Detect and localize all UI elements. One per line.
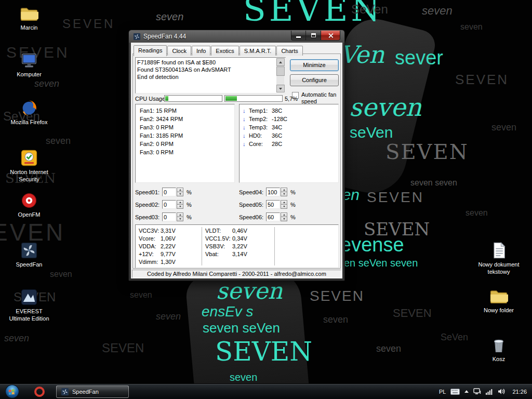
window-client-area: Readings Clock Info Exotics S.M.A.R.T. C…	[131, 43, 342, 278]
speed-control-row: Speed05: %	[131, 200, 339, 209]
spin-down-button[interactable]	[281, 192, 287, 196]
desktop-icon-label: OpenFM	[18, 211, 41, 219]
opera-icon[interactable]	[34, 387, 45, 397]
tab-info[interactable]: Info	[192, 46, 210, 56]
scrollbar-thumb[interactable]	[276, 66, 285, 76]
spin-up-button[interactable]	[281, 200, 287, 205]
speedfan-icon	[61, 388, 69, 396]
temperature-reading: ↓Core:28C	[243, 140, 282, 148]
wallpaper-word: SEVEN	[215, 339, 312, 365]
network-icon[interactable]	[473, 388, 481, 395]
voltage-readings-panel: VCC3V:3,31V Vcore:1,06V VDDA:2,22V +12V:…	[135, 224, 339, 268]
wallpaper-word: seven	[460, 23, 483, 31]
wallpaper-word: seven	[130, 291, 152, 299]
voltage-reading: Vdimm:1,30V	[139, 258, 176, 266]
desktop-icon-speedfan[interactable]: SpeedFan	[5, 241, 53, 269]
wallpaper-word: SEVEN	[393, 308, 432, 319]
desktop-icon-label: SpeedFan	[16, 261, 43, 269]
temperature-reading: ↓Temp3:34C	[243, 123, 282, 131]
desktop-icon-everest[interactable]: EVEREST Ultimate Edition	[5, 288, 53, 323]
wallpaper-word: SeVen	[351, 3, 388, 16]
speed05-input[interactable]	[266, 200, 280, 209]
desktop-icon-new-folder[interactable]: Nowy folder	[475, 287, 523, 314]
speed-unit: %	[290, 202, 296, 208]
volume-icon[interactable]	[498, 388, 506, 395]
speed-label: Speed06:	[239, 214, 263, 220]
speed04-spinner	[281, 188, 287, 196]
temp-down-arrow-icon: ↓	[243, 131, 249, 140]
taskbar-speedfan-button[interactable]: SpeedFan	[56, 385, 129, 398]
taskbar: SpeedFan PL 21:26	[0, 383, 532, 399]
detection-log[interactable]: F71889F found on ISA at $E80 Found ST350…	[135, 57, 286, 94]
desktop-icon-label: Norton Internet Security	[5, 169, 53, 183]
spin-up-button[interactable]	[281, 212, 287, 217]
wallpaper-word: SEVEN	[310, 289, 364, 303]
wallpaper-word: seven	[349, 95, 421, 119]
spin-down-button[interactable]	[281, 205, 287, 209]
speed-unit: %	[290, 214, 296, 220]
desktop-icon-openfm[interactable]: OpenFM	[5, 191, 53, 219]
keyboard-icon[interactable]	[450, 389, 460, 395]
speed-control-row: Speed04: %	[131, 188, 339, 197]
speed-control-row: Speed06: %	[131, 212, 339, 222]
tab-clock[interactable]: Clock	[167, 46, 191, 56]
firefox-icon	[20, 99, 38, 117]
desktop-icon-norton[interactable]: Norton Internet Security	[5, 149, 53, 183]
wallpaper-word: SEVEN	[102, 342, 144, 354]
wireless-signal-icon[interactable]	[486, 389, 493, 395]
wallpaper-word: seven	[491, 123, 516, 132]
voltage-reading: VSB3V:3,22V	[205, 243, 247, 250]
tab-strip: Readings Clock Info Exotics S.M.A.R.T. C…	[134, 45, 303, 56]
desktop-icon-firefox[interactable]: Mozilla Firefox	[5, 99, 53, 126]
window-maximize-button[interactable]	[306, 31, 321, 41]
desktop-icon-label: Kosz	[493, 356, 505, 363]
clock[interactable]: 21:26	[512, 389, 527, 395]
wallpaper-word: Ven	[340, 43, 384, 66]
show-hidden-icons-chevron[interactable]	[464, 390, 469, 393]
voltage-reading: Vcore:1,06V	[139, 235, 176, 243]
wallpaper-word: sever	[395, 48, 443, 68]
start-button[interactable]	[4, 384, 20, 399]
scrollbar[interactable]	[276, 58, 285, 92]
desktop-icon-marcin[interactable]: Marcin	[5, 4, 53, 32]
scroll-down-button[interactable]	[276, 85, 285, 92]
window-title: SpeedFan 4.44	[143, 33, 186, 40]
openfm-icon	[20, 191, 38, 210]
spin-down-button[interactable]	[281, 217, 287, 221]
everest-icon	[20, 288, 38, 307]
tab-readings[interactable]: Readings	[134, 45, 167, 56]
temp-down-arrow-icon: ↓	[243, 107, 249, 115]
fan-reading: Fan1: 15 RPM	[140, 107, 177, 115]
desktop-icon-recycle-bin[interactable]: Kosz	[475, 336, 523, 363]
voltage-reading: VDDA:2,22V	[139, 243, 176, 250]
minimize-button[interactable]: Minimize	[290, 59, 339, 71]
tab-exotics[interactable]: Exotics	[211, 46, 238, 56]
temperature-reading: ↓Temp1:38C	[243, 107, 282, 115]
desktop-icon-komputer[interactable]: Komputer	[5, 51, 53, 78]
desktop: SEVENsevenSeVensevenSEVENsevenVenseverSE…	[0, 0, 532, 399]
temperature-readings-panel: ↓Temp1:38C ↓Temp2:-128C ↓Temp3:34C ↓HD0:…	[239, 104, 339, 183]
speed04-input[interactable]	[266, 188, 280, 196]
cpu-usage-value: 5,7%	[285, 96, 298, 102]
tab-charts[interactable]: Charts	[276, 46, 302, 56]
status-bar: Coded by Alfredo Milani Comparetti - 200…	[132, 270, 341, 278]
wallpaper-word: SEVEN	[455, 73, 509, 86]
log-line: Found ST3500413AS on AdvSMART	[137, 66, 275, 73]
window-close-button[interactable]	[321, 31, 340, 41]
wallpaper-word: seven	[156, 312, 181, 321]
desktop-icon-new-text-document[interactable]: Nowy dokument tekstowy	[475, 241, 523, 276]
log-lines: F71889F found on ISA at $E80 Found ST350…	[137, 59, 275, 81]
scroll-up-button[interactable]	[276, 58, 285, 66]
speed06-input[interactable]	[266, 212, 280, 221]
language-indicator[interactable]: PL	[439, 389, 446, 395]
spin-up-button[interactable]	[281, 188, 287, 192]
tab-smart[interactable]: S.M.A.R.T.	[240, 46, 276, 56]
wallpaper-word: seven	[422, 5, 453, 17]
configure-button[interactable]: Configure	[290, 74, 339, 86]
window-minimize-button[interactable]	[291, 31, 306, 41]
cpu-usage-row: CPU Usage 5,7%	[131, 95, 342, 102]
speed-label: Speed05:	[239, 202, 263, 208]
voltage-reading: +12V:9,77V	[139, 250, 176, 258]
title-bar[interactable]: SpeedFan 4.44	[129, 30, 344, 43]
wallpaper-word: seven	[34, 79, 59, 88]
